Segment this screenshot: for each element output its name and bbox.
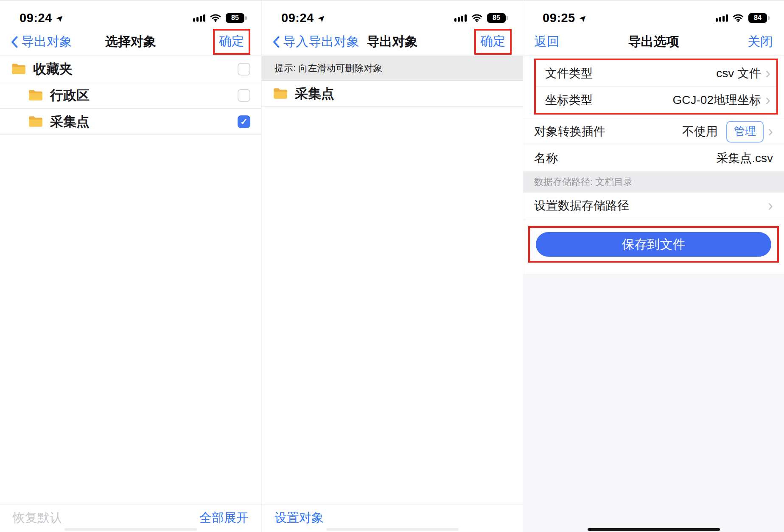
coord-type-row[interactable]: 坐标类型 GCJ-02地理坐标 › <box>536 87 776 113</box>
nav-bar: 返回 导出选项 关闭 <box>523 28 784 56</box>
wifi-icon <box>733 14 744 22</box>
annotation-box: 文件类型 csv 文件 › 坐标类型 GCJ-02地理坐标 › <box>534 59 778 115</box>
signal-icon <box>716 14 728 22</box>
folder-icon <box>273 87 288 100</box>
annotation-box: 确定 <box>213 29 250 55</box>
save-to-file-button[interactable]: 保存到文件 <box>536 232 771 257</box>
plugin-value: 不使用 <box>682 123 718 140</box>
restore-default-button[interactable]: 恢复默认 <box>13 510 62 526</box>
annotation-box: 确定 <box>474 29 512 55</box>
back-button[interactable]: 导出对象 <box>11 33 72 50</box>
tree-row-collect-points[interactable]: 采集点 ✓ <box>0 109 261 135</box>
page-title: 选择对象 <box>105 33 156 50</box>
back-button[interactable]: 导入导出对象 <box>273 33 359 50</box>
tree-row-districts[interactable]: 行政区 <box>0 82 261 109</box>
chevron-left-icon <box>273 36 280 48</box>
chevron-right-icon: › <box>765 66 770 81</box>
tree-row-favorites[interactable]: 收藏夹 <box>0 56 261 82</box>
status-bar: 09:24 ➤ 85 <box>262 1 523 28</box>
export-object-list: 采集点 <box>262 81 523 107</box>
clock: 09:25 <box>543 11 575 25</box>
folder-icon <box>11 63 26 76</box>
storage-path-note: 数据存储路径: 文档目录 <box>523 171 784 193</box>
annotation-box: 保存到文件 <box>528 226 779 263</box>
tree-row-label: 收藏夹 <box>33 60 73 78</box>
status-bar: 09:25 ➤ 84 <box>523 1 784 28</box>
location-arrow-icon: ➤ <box>316 12 327 23</box>
screen-select-objects: 09:24 ➤ 85 导出对象 选择对象 <box>0 1 261 532</box>
wifi-icon <box>471 14 482 22</box>
signal-icon <box>193 14 205 22</box>
nav-bar: 导入导出对象 导出对象 确定 <box>262 28 523 56</box>
close-button[interactable]: 关闭 <box>748 33 773 50</box>
coord-type-label: 坐标类型 <box>545 92 593 108</box>
checkbox-checked[interactable]: ✓ <box>238 115 250 128</box>
battery-icon: 84 <box>748 13 767 23</box>
file-type-value: csv 文件 <box>716 65 761 81</box>
home-indicator <box>588 528 720 531</box>
chevron-left-icon <box>11 36 18 48</box>
file-name-label: 名称 <box>534 150 558 166</box>
checkbox-unchecked[interactable] <box>238 89 250 102</box>
location-arrow-icon: ➤ <box>54 12 65 23</box>
empty-area <box>523 274 784 532</box>
tree-row-label: 采集点 <box>50 113 90 131</box>
battery-icon: 85 <box>226 13 244 23</box>
plugin-row[interactable]: 对象转换插件 不使用 管理 › <box>523 118 784 145</box>
chevron-right-icon: › <box>768 124 773 139</box>
set-storage-path-label: 设置数据存储路径 <box>534 198 629 214</box>
checkbox-unchecked[interactable] <box>238 63 250 76</box>
signal-icon <box>454 14 467 22</box>
nav-bar: 导出对象 选择对象 确定 <box>0 28 261 56</box>
page-title: 导出选项 <box>628 33 679 50</box>
chevron-right-icon: › <box>765 92 770 108</box>
three-screenshot-strip: 09:24 ➤ 85 导出对象 选择对象 <box>0 0 784 532</box>
coord-type-value: GCJ-02地理坐标 <box>673 92 761 108</box>
file-type-row[interactable]: 文件类型 csv 文件 › <box>536 60 776 87</box>
confirm-button[interactable]: 确定 <box>480 34 506 48</box>
screen-export-objects: 09:24 ➤ 85 导入导出对象 导出对象 <box>261 1 523 532</box>
object-tree: 收藏夹 行政区 采集点 ✓ <box>0 56 261 135</box>
file-name-value: 采集点.csv <box>716 150 773 166</box>
manage-button[interactable]: 管理 <box>726 121 764 143</box>
expand-all-button[interactable]: 全部展开 <box>199 510 249 526</box>
back-label: 导入导出对象 <box>283 33 359 50</box>
home-indicator <box>64 528 197 531</box>
divider <box>523 219 784 219</box>
set-objects-button[interactable]: 设置对象 <box>274 510 324 526</box>
tree-row-label: 行政区 <box>50 87 90 104</box>
plugin-label: 对象转换插件 <box>534 123 605 140</box>
battery-icon: 85 <box>487 13 506 23</box>
back-label: 导出对象 <box>21 33 72 50</box>
file-type-label: 文件类型 <box>545 65 593 81</box>
page-title: 导出对象 <box>367 33 418 50</box>
folder-icon <box>28 115 43 128</box>
list-item-collect-points[interactable]: 采集点 <box>262 81 523 107</box>
swipe-delete-hint: 提示: 向左滑动可删除对象 <box>262 56 523 81</box>
confirm-button[interactable]: 确定 <box>219 34 244 48</box>
export-options-form: 文件类型 csv 文件 › 坐标类型 GCJ-02地理坐标 › 对象转换插件 不… <box>523 56 784 274</box>
wifi-icon <box>210 14 221 22</box>
clock: 09:24 <box>20 11 52 25</box>
return-button[interactable]: 返回 <box>534 33 560 50</box>
list-item-label: 采集点 <box>295 85 334 103</box>
clock: 09:24 <box>281 11 314 25</box>
status-bar: 09:24 ➤ 85 <box>0 1 261 28</box>
folder-icon <box>28 89 43 102</box>
screen-export-options: 09:25 ➤ 84 返回 导出选项 关闭 文件类型 <box>523 1 784 532</box>
home-indicator <box>326 528 459 531</box>
file-name-row[interactable]: 名称 采集点.csv <box>523 145 784 171</box>
chevron-right-icon: › <box>768 198 773 213</box>
location-arrow-icon: ➤ <box>577 12 588 23</box>
set-storage-path-row[interactable]: 设置数据存储路径 › <box>523 193 784 219</box>
